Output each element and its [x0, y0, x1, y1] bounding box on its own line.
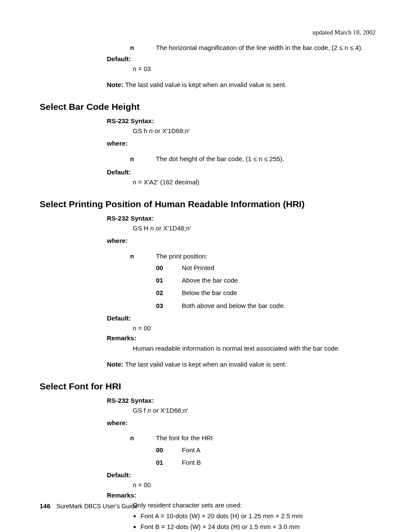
- pre-section: n The horizontal magnification of the li…: [107, 43, 376, 90]
- param-n: n The horizontal magnification of the li…: [130, 43, 376, 53]
- syntax-part: GS H: [133, 224, 150, 232]
- note-text: The last valid value is kept when an inv…: [125, 361, 286, 368]
- option-text: Not Printed: [182, 263, 214, 273]
- page-footer: 146 SureMark DBCS User’s Guide: [40, 501, 137, 511]
- option-code: 00: [156, 445, 182, 455]
- param-label: n: [130, 251, 156, 261]
- page-number: 146: [40, 502, 50, 510]
- option-code: 01: [156, 275, 182, 285]
- section-heading-hri-position: Select Printing Position of Human Readab…: [40, 197, 376, 212]
- section-body: RS-232 Syntax: GS H n or X'1D48;n' where…: [107, 213, 376, 369]
- updated-date: updated March 18, 2002: [40, 28, 376, 37]
- list-item: Font A = 10-dots (W) × 20 dots (H) or 1.…: [140, 511, 376, 521]
- section-heading-bar-code-height: Select Bar Code Height: [40, 100, 376, 114]
- options-list: 00Not Printed 01Above the bar code 02Bel…: [156, 263, 376, 311]
- syntax-part: GS f: [133, 407, 147, 414]
- syntax-part-italic: n: [150, 224, 154, 232]
- param-desc: The print position:: [156, 251, 376, 261]
- list-item: Font B = 12-dots (W) × 24 dots (H) or 1.…: [140, 522, 376, 532]
- note-label: Note:: [107, 361, 123, 368]
- param-n: n The font for the HRI: [130, 433, 376, 443]
- section-heading-font-hri: Select Font for HRI: [40, 380, 376, 394]
- default-value: n = 00: [133, 323, 376, 333]
- syntax-part: or X'1D66;n': [151, 407, 188, 414]
- option-code: 01: [156, 457, 182, 467]
- syntax-part: or X'1D48;n': [154, 224, 191, 232]
- syntax-value: GS f n or X'1D66;n': [133, 405, 376, 415]
- option-text: Font A: [182, 445, 200, 455]
- syntax-part-italic: n: [149, 127, 153, 134]
- note: Note: The last valid value is kept when …: [107, 359, 376, 369]
- remarks-bullets: Font A = 10-dots (W) × 20 dots (H) or 1.…: [131, 511, 376, 532]
- options-list: 00Font A 01Font B: [156, 445, 376, 468]
- note-label: Note:: [107, 81, 123, 88]
- page-content: updated March 18, 2002 n The horizontal …: [0, 0, 411, 532]
- option-row: 03Both above and below the bar code.: [156, 301, 376, 311]
- default-value: n = X'A2' (162 decimal): [133, 177, 376, 187]
- where-label: where:: [107, 236, 376, 246]
- default-label: Default:: [107, 54, 376, 64]
- syntax-label: RS-232 Syntax:: [107, 395, 376, 405]
- default-label: Default:: [107, 313, 376, 323]
- syntax-value: GS h n or X'1D68;n': [133, 126, 376, 136]
- param-label: n: [130, 433, 156, 443]
- where-label: where:: [107, 138, 376, 148]
- remarks-label: Remarks:: [107, 333, 376, 343]
- param-label: n: [130, 154, 156, 164]
- param-label: n: [130, 43, 156, 53]
- footer-title: SureMark DBCS User’s Guide: [56, 503, 138, 510]
- option-row: 01Font B: [156, 457, 376, 467]
- param-n: n The dot height of the bar code, (1 ≤ n…: [130, 154, 376, 164]
- syntax-label: RS-232 Syntax:: [107, 116, 376, 126]
- note-text: The last valid value is kept when an inv…: [125, 81, 286, 88]
- default-value: n = 00: [133, 480, 376, 490]
- default-label: Default:: [107, 470, 376, 480]
- option-text: Above the bar code: [182, 275, 238, 285]
- syntax-label: RS-232 Syntax:: [107, 213, 376, 223]
- remarks-text: Human readable information is normal tex…: [133, 343, 376, 353]
- option-row: 02Below the bar code: [156, 288, 376, 298]
- param-desc: The font for the HRI: [156, 433, 376, 443]
- remarks-text: Only resident character sets are used:: [133, 500, 376, 510]
- syntax-value: GS H n or X'1D48;n': [133, 223, 376, 233]
- syntax-part: GS h: [133, 127, 149, 134]
- option-row: 01Above the bar code: [156, 275, 376, 285]
- option-text: Below the bar code: [182, 288, 237, 298]
- syntax-part: or X'1D68;n': [153, 127, 190, 134]
- param-desc: The dot height of the bar code, (1 ≤ n ≤…: [156, 154, 376, 164]
- default-value: n = 03: [133, 64, 376, 74]
- option-row: 00Not Printed: [156, 263, 376, 273]
- option-text: Font B: [182, 457, 201, 467]
- default-label: Default:: [107, 167, 376, 177]
- section-body: RS-232 Syntax: GS h n or X'1D68;n' where…: [107, 116, 376, 187]
- option-text: Both above and below the bar code.: [182, 301, 285, 311]
- param-n: n The print position:: [130, 251, 376, 261]
- where-label: where:: [107, 418, 376, 428]
- param-desc: The horizontal magnification of the line…: [156, 43, 376, 53]
- syntax-part-italic: n: [147, 407, 151, 414]
- option-code: 00: [156, 263, 182, 273]
- option-row: 00Font A: [156, 445, 376, 455]
- option-code: 03: [156, 301, 182, 311]
- remarks-label: Remarks:: [107, 490, 376, 500]
- option-code: 02: [156, 288, 182, 298]
- note: Note: The last valid value is kept when …: [107, 80, 376, 90]
- section-body: RS-232 Syntax: GS f n or X'1D66;n' where…: [107, 395, 376, 532]
